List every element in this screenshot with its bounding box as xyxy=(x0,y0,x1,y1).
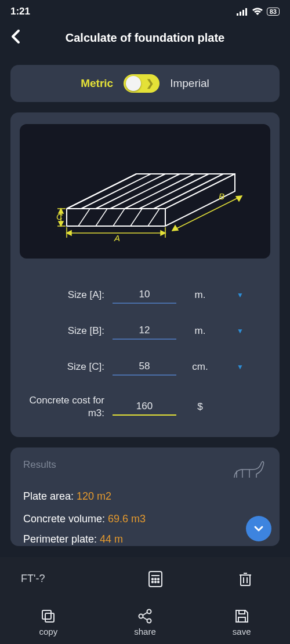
unit-dropdown[interactable]: ▼ xyxy=(213,327,244,335)
svg-point-46 xyxy=(147,610,151,614)
svg-line-13 xyxy=(96,209,107,226)
copy-icon xyxy=(40,608,56,624)
svg-point-33 xyxy=(155,578,156,579)
svg-point-47 xyxy=(147,619,151,623)
toggle-knob xyxy=(126,76,141,91)
svg-rect-50 xyxy=(238,617,245,622)
back-button[interactable] xyxy=(10,29,31,46)
svg-rect-2 xyxy=(242,10,244,16)
unit-toggle-card: Metric ❯ Imperial xyxy=(10,65,280,102)
status-time: 1:21 xyxy=(10,6,30,17)
form-row: Size [B]: m. ▼ xyxy=(20,322,270,340)
cost-input[interactable] xyxy=(113,398,176,416)
chevron-down-icon xyxy=(253,523,264,534)
svg-rect-43 xyxy=(42,610,51,619)
results-card: Results Plate area: 120 m2 Concrete volu… xyxy=(10,447,280,546)
unit-dropdown[interactable]: ▼ xyxy=(213,291,244,299)
svg-point-36 xyxy=(155,581,156,582)
expand-fab[interactable] xyxy=(246,516,271,541)
svg-line-10 xyxy=(139,174,209,209)
cat-icon xyxy=(232,459,267,480)
svg-line-49 xyxy=(143,617,147,620)
svg-line-22 xyxy=(172,196,242,231)
svg-line-48 xyxy=(143,613,147,616)
wifi-icon xyxy=(252,8,263,16)
ft-converter-button[interactable]: FT'-? xyxy=(0,557,111,601)
input-card: A B C Size [A]: m. ▼ xyxy=(10,112,280,437)
svg-rect-44 xyxy=(45,613,54,622)
row-label: Size [B]: xyxy=(20,325,113,337)
calculator-icon xyxy=(147,570,164,588)
status-icons: 83 xyxy=(237,8,280,16)
svg-rect-1 xyxy=(240,12,241,16)
size-b-input[interactable] xyxy=(113,322,176,340)
svg-marker-19 xyxy=(161,231,165,235)
calculator-button[interactable] xyxy=(111,557,201,601)
form-row: Concrete cost for m3: $ xyxy=(20,394,270,420)
svg-point-37 xyxy=(158,581,159,582)
copy-button[interactable]: copy xyxy=(0,601,97,644)
dim-a-label: A xyxy=(114,233,120,243)
svg-line-12 xyxy=(78,209,90,226)
svg-rect-0 xyxy=(237,13,238,16)
svg-point-32 xyxy=(152,578,153,579)
status-bar: 1:21 83 xyxy=(0,0,290,17)
form-row: Size [C]: cm. ▼ xyxy=(20,358,270,376)
share-icon xyxy=(137,608,153,624)
battery-icon: 83 xyxy=(267,8,280,16)
diagram-svg: A B C xyxy=(44,133,246,249)
svg-line-11 xyxy=(154,174,223,209)
unit-metric-label[interactable]: Metric xyxy=(81,77,113,90)
save-button[interactable]: save xyxy=(193,601,290,644)
dim-c-label: C xyxy=(56,212,63,221)
bottom-toolbar: FT'-? copy share save xyxy=(0,557,290,644)
svg-rect-3 xyxy=(245,8,247,16)
chevron-left-icon xyxy=(10,29,21,44)
row-label: Size [C]: xyxy=(20,361,113,373)
svg-marker-24 xyxy=(236,196,242,201)
row-unit: $ xyxy=(176,401,213,413)
nav-header: Calculate of foundation plate xyxy=(0,17,290,54)
result-line: Concrete volume: 69.6 m3 xyxy=(23,513,267,525)
svg-line-14 xyxy=(113,209,125,226)
unit-dropdown[interactable]: ▼ xyxy=(213,363,244,371)
svg-line-15 xyxy=(130,209,142,226)
foundation-diagram: A B C xyxy=(20,124,270,259)
row-label: Concrete cost for m3: xyxy=(20,394,113,420)
share-button[interactable]: share xyxy=(97,601,194,644)
size-a-input[interactable] xyxy=(113,286,176,304)
row-label: Size [A]: xyxy=(20,289,113,301)
svg-line-8 xyxy=(110,174,180,209)
results-heading: Results xyxy=(23,459,56,471)
unit-toggle[interactable]: ❯ xyxy=(124,74,160,93)
svg-marker-18 xyxy=(67,231,71,235)
dim-b-label: B xyxy=(219,191,224,201)
signal-icon xyxy=(237,8,248,16)
input-form: Size [A]: m. ▼ Size [B]: m. ▼ Size [C]: … xyxy=(20,286,270,420)
result-line: Plate area: 120 m2 xyxy=(23,490,267,503)
svg-rect-38 xyxy=(241,575,250,585)
svg-line-9 xyxy=(125,174,194,209)
svg-point-35 xyxy=(152,581,153,582)
save-icon xyxy=(234,608,250,624)
svg-point-45 xyxy=(139,614,143,618)
row-unit: m. xyxy=(176,289,213,301)
delete-button[interactable] xyxy=(200,557,290,601)
chevron-right-icon: ❯ xyxy=(146,78,154,89)
svg-line-7 xyxy=(96,174,165,209)
svg-rect-51 xyxy=(239,610,245,614)
form-row: Size [A]: m. ▼ xyxy=(20,286,270,304)
size-c-input[interactable] xyxy=(113,358,176,376)
unit-imperial-label[interactable]: Imperial xyxy=(170,77,209,90)
row-unit: cm. xyxy=(176,361,213,373)
result-line: Perimeter plate: 44 m xyxy=(23,533,267,545)
svg-point-34 xyxy=(158,578,159,579)
svg-line-16 xyxy=(148,209,160,226)
svg-marker-27 xyxy=(59,221,63,226)
page-title: Calculate of foundation plate xyxy=(31,31,280,45)
trash-icon xyxy=(238,570,253,588)
svg-marker-23 xyxy=(172,225,178,231)
svg-line-6 xyxy=(81,174,151,209)
row-unit: m. xyxy=(176,325,213,337)
